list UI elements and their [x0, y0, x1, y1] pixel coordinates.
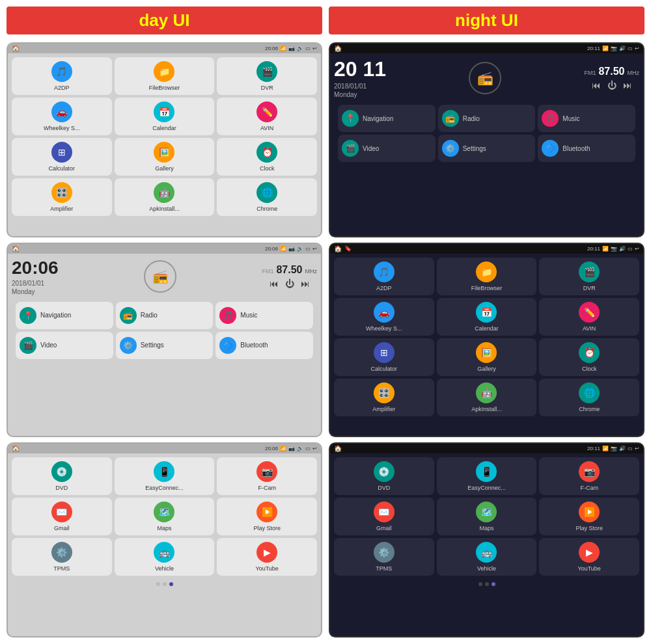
app-avin-night[interactable]: ✏️ AVIN [539, 298, 639, 336]
nav-navigation-night[interactable]: 📍 Navigation [338, 105, 436, 132]
app-gmail-night[interactable]: ✉️ Gmail [334, 498, 434, 535]
signal-icon-n1: 📶 [602, 46, 609, 51]
time-display-2: 20:06 [265, 246, 278, 252]
amplifier-label-night: Amplifier [372, 406, 395, 412]
fcam-label-night: F-Cam [580, 485, 598, 491]
app-wheelkey[interactable]: 🚗 Wheelkey S... [12, 98, 112, 135]
next-button-day[interactable]: ⏭ [301, 278, 310, 289]
clock-icon: ⏰ [256, 142, 277, 163]
video-nav-icon-night: 🎬 [342, 140, 359, 157]
nav-video-night[interactable]: 🎬 Video [338, 135, 436, 162]
prev-button-night[interactable]: ⏮ [592, 80, 601, 90]
nav-radio-night[interactable]: 📻 Radio [438, 105, 536, 132]
back-icon-n3[interactable]: ↩ [635, 446, 639, 451]
app-gallery-night[interactable]: 🖼️ Gallery [437, 338, 537, 376]
radio-controls-day: ⏮ ⏻ ⏭ [262, 278, 317, 289]
radio-info-day: FM1 87.50 MHz ⏮ ⏻ ⏭ [262, 264, 317, 289]
prev-button-day[interactable]: ⏮ [270, 278, 279, 289]
home-icon-n1[interactable]: 🏠 [334, 45, 342, 52]
maps-icon-night: 🗺️ [476, 502, 497, 522]
power-button-night[interactable]: ⏻ [607, 80, 616, 90]
chrome-icon: 🌐 [256, 182, 277, 203]
home-icon-n3[interactable]: 🏠 [334, 445, 342, 452]
app-clock-night[interactable]: ⏰ Clock [539, 338, 639, 376]
nav-music-day[interactable]: 🎵 Music [215, 302, 313, 329]
app-playstore-night[interactable]: ▶️ Play Store [539, 498, 639, 535]
app-calendar[interactable]: 📅 Calendar [115, 98, 215, 135]
gmail-label-day: Gmail [54, 525, 70, 531]
tpms-icon-day: ⚙️ [51, 542, 72, 563]
back-icon-2[interactable]: ↩ [312, 246, 317, 252]
app-vehicle-night[interactable]: 🚌 Vehicle [437, 538, 537, 576]
app-playstore-day[interactable]: ▶️ Play Store [217, 498, 317, 535]
nav-bluetooth-night[interactable]: 🔷 Bluetooth [538, 135, 635, 162]
app-apkinstall[interactable]: 🤖 ApkInstall... [115, 178, 215, 216]
app-calendar-night[interactable]: 📅 Calendar [437, 298, 537, 336]
app-chrome[interactable]: 🌐 Chrome [217, 178, 317, 216]
clock-time-night: 20 11 [334, 57, 386, 81]
power-button-day[interactable]: ⏻ [285, 278, 294, 289]
app-dvr-night[interactable]: 🎬 DVR [539, 258, 639, 295]
app-fcam-day[interactable]: 📷 F-Cam [217, 457, 317, 495]
header-right: 20:06 📶 📷 🔊 ▭ ↩ [265, 46, 317, 51]
app-filebrowser-night[interactable]: 📁 FileBrowser [437, 258, 537, 295]
app-chrome-night[interactable]: 🌐 Chrome [539, 379, 639, 416]
nav-bluetooth-day[interactable]: 🔷 Bluetooth [215, 332, 313, 359]
night-app-grid-3: 💿 DVD 📱 EasyConnec... 📷 F-Cam ✉️ Gmail 🗺… [330, 453, 643, 580]
home-icon-3[interactable]: 🏠 [12, 445, 20, 452]
app-amplifier-night[interactable]: 🎛️ Amplifier [334, 379, 434, 416]
app-maps-day[interactable]: 🗺️ Maps [115, 498, 215, 535]
volume-icon-n3: 🔊 [619, 446, 626, 451]
back-icon-n1[interactable]: ↩ [635, 46, 639, 51]
app-amplifier[interactable]: 🎛️ Amplifier [12, 178, 112, 216]
dvr-icon-night: 🎬 [579, 262, 600, 282]
nav-settings-night[interactable]: ⚙️ Settings [438, 135, 536, 162]
next-button-night[interactable]: ⏭ [623, 80, 632, 90]
nav-radio-day[interactable]: 📻 Radio [116, 302, 214, 329]
clock-day-night: Monday [334, 91, 386, 98]
app-gmail-day[interactable]: ✉️ Gmail [12, 498, 112, 535]
app-easyconnect-day[interactable]: 📱 EasyConnec... [115, 457, 215, 495]
app-youtube-night[interactable]: ▶ YouTube [539, 538, 639, 576]
app-a2dp-night[interactable]: 🎵 A2DP [334, 258, 434, 295]
home-icon-n2[interactable]: 🏠 [334, 245, 342, 252]
widget-top-day: 20:06 2018/01/01 Monday 📻 FM1 87.50 MHz … [12, 258, 317, 295]
back-icon-3[interactable]: ↩ [312, 446, 317, 451]
app-maps-night[interactable]: 🗺️ Maps [437, 498, 537, 535]
app-dvr[interactable]: 🎬 DVR [217, 57, 317, 95]
widget-top-night: 20 11 2018/01/01 Monday 📻 FM1 87.50 MHz … [334, 57, 639, 98]
dvd-label-night: DVD [378, 485, 390, 491]
nav-music-night[interactable]: 🎵 Music [538, 105, 635, 132]
nav-video-day[interactable]: 🎬 Video [16, 332, 113, 359]
app-vehicle-day[interactable]: 🚌 Vehicle [115, 538, 215, 576]
gallery-icon: 🖼️ [154, 142, 174, 163]
back-icon-n2[interactable]: ↩ [635, 246, 639, 252]
app-filebrowser[interactable]: 📁 FileBrowser [115, 57, 215, 95]
app-youtube-day[interactable]: ▶ YouTube [217, 538, 317, 576]
signal-icon-2: 📶 [280, 246, 286, 252]
bookmark-icon-n2: 🔖 [344, 245, 352, 252]
app-clock[interactable]: ⏰ Clock [217, 138, 317, 176]
dot3-night [492, 582, 495, 586]
app-tpms-day[interactable]: ⚙️ TPMS [12, 538, 112, 576]
app-dvd-day[interactable]: 💿 DVD [12, 457, 112, 495]
nav-label-video-day: Video [40, 342, 57, 349]
nav-navigation-day[interactable]: 📍 Navigation [16, 302, 113, 329]
app-apkinstall-night[interactable]: 🤖 ApkInstall... [437, 379, 537, 416]
a2dp-label-night: A2DP [376, 285, 392, 291]
app-a2dp[interactable]: 🎵 A2DP [12, 57, 112, 95]
app-gallery[interactable]: 🖼️ Gallery [115, 138, 215, 176]
app-tpms-night[interactable]: ⚙️ TPMS [334, 538, 434, 576]
app-avin[interactable]: ✏️ AVIN [217, 98, 317, 135]
app-dvd-night[interactable]: 💿 DVD [334, 457, 434, 495]
app-easyconnect-night[interactable]: 📱 EasyConnec... [437, 457, 537, 495]
app-calculator-night[interactable]: ⊞ Calculator [334, 338, 434, 376]
camera-icon-n1: 📷 [611, 46, 617, 51]
app-calculator[interactable]: ⊞ Calculator [12, 138, 112, 176]
home-icon-2[interactable]: 🏠 [12, 245, 20, 252]
app-wheelkey-night[interactable]: 🚗 Wheelkey S... [334, 298, 434, 336]
home-icon[interactable]: 🏠 [12, 45, 20, 52]
app-fcam-night[interactable]: 📷 F-Cam [539, 457, 639, 495]
nav-settings-day[interactable]: ⚙️ Settings [116, 332, 214, 359]
back-icon[interactable]: ↩ [312, 46, 317, 51]
